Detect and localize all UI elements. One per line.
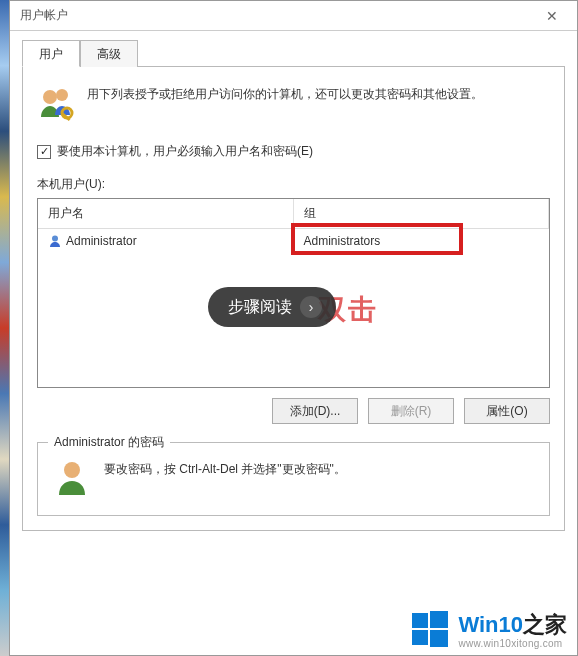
- svg-point-1: [56, 89, 68, 101]
- remove-button: 删除(R): [368, 398, 454, 424]
- watermark-url: www.win10xitong.com: [458, 638, 567, 649]
- svg-point-0: [43, 90, 57, 104]
- tab-strip: 用户 高级: [22, 39, 565, 67]
- tab-label: 用户: [39, 47, 63, 61]
- column-header-group[interactable]: 组: [294, 199, 550, 228]
- tab-users[interactable]: 用户: [22, 40, 80, 67]
- user-accounts-dialog: 用户帐户 ✕ 用户 高级: [9, 0, 578, 656]
- windows-logo-icon: [410, 609, 450, 649]
- svg-point-5: [64, 462, 80, 478]
- require-password-checkbox[interactable]: ✓ 要使用本计算机，用户必须输入用户名和密码(E): [37, 143, 550, 160]
- users-panel: 用下列表授予或拒绝用户访问你的计算机，还可以更改其密码和其他设置。 ✓ 要使用本…: [22, 67, 565, 531]
- username-text: Administrator: [66, 234, 137, 248]
- svg-point-4: [52, 236, 58, 242]
- checkbox-icon: ✓: [37, 145, 51, 159]
- watermark-brand: Win10之家 www.win10xitong.com: [458, 610, 567, 649]
- window-title: 用户帐户: [20, 7, 68, 24]
- group-text: Administrators: [304, 234, 381, 248]
- column-header-username[interactable]: 用户名: [38, 199, 294, 228]
- password-legend: Administrator 的密码: [48, 434, 170, 451]
- user-list[interactable]: 用户名 组 Administrator Administrators: [37, 198, 550, 388]
- tab-label: 高级: [97, 47, 121, 61]
- list-button-row: 添加(D)... 删除(R) 属性(O): [37, 398, 550, 424]
- list-header: 用户名 组: [38, 199, 549, 229]
- table-row[interactable]: Administrator Administrators: [38, 229, 549, 253]
- add-button[interactable]: 添加(D)...: [272, 398, 358, 424]
- watermark-title: Win10之家: [458, 610, 567, 640]
- cell-username: Administrator: [38, 229, 294, 253]
- properties-button[interactable]: 属性(O): [464, 398, 550, 424]
- svg-rect-8: [412, 630, 428, 645]
- desktop-edge: [0, 0, 9, 656]
- password-instruction: 要改密码，按 Ctrl-Alt-Del 并选择"更改密码"。: [104, 457, 346, 478]
- svg-rect-7: [430, 611, 448, 628]
- user-list-label: 本机用户(U):: [37, 176, 550, 193]
- brand-suffix: 之家: [523, 612, 567, 637]
- step-reading-pill[interactable]: 步骤阅读 ›: [208, 287, 336, 327]
- step-label: 步骤阅读: [228, 297, 292, 318]
- watermark: Win10之家 www.win10xitong.com: [410, 609, 567, 649]
- tab-advanced[interactable]: 高级: [80, 40, 138, 67]
- intro-text: 用下列表授予或拒绝用户访问你的计算机，还可以更改其密码和其他设置。: [87, 85, 483, 125]
- svg-rect-9: [430, 630, 448, 647]
- user-icon: [48, 234, 62, 248]
- svg-rect-6: [412, 613, 428, 628]
- brand-prefix: Win10: [458, 612, 523, 637]
- close-button[interactable]: ✕: [533, 5, 571, 27]
- titlebar[interactable]: 用户帐户 ✕: [10, 1, 577, 31]
- checkbox-label: 要使用本计算机，用户必须输入用户名和密码(E): [57, 143, 313, 160]
- users-keys-icon: [37, 85, 77, 125]
- password-fieldset: Administrator 的密码 要改密码，按 Ctrl-Alt-Del 并选…: [37, 442, 550, 516]
- dialog-body: 用户 高级 用下列表授予或拒绝用户访问你的计算机，还: [10, 31, 577, 655]
- intro-row: 用下列表授予或拒绝用户访问你的计算机，还可以更改其密码和其他设置。: [37, 85, 550, 125]
- chevron-right-icon: ›: [300, 296, 322, 318]
- password-row: 要改密码，按 Ctrl-Alt-Del 并选择"更改密码"。: [52, 457, 535, 497]
- cell-group: Administrators: [294, 229, 550, 253]
- close-icon: ✕: [546, 8, 558, 24]
- user-avatar-icon: [52, 457, 92, 497]
